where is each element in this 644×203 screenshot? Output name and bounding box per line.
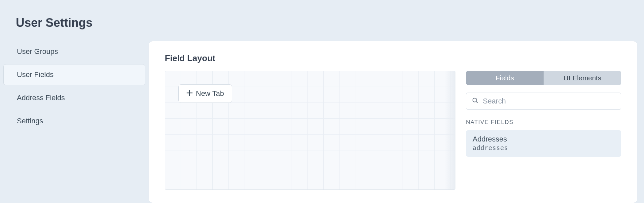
search-icon [472, 97, 479, 105]
sidebar-item-address-fields[interactable]: Address Fields [3, 87, 145, 108]
tab-ui-elements[interactable]: UI Elements [544, 71, 621, 85]
search-wrap[interactable] [466, 93, 621, 110]
main-panel: Field Layout New Tab Fields UI Elements [149, 41, 637, 203]
layout: User Groups User Fields Address Fields S… [0, 30, 644, 203]
section-title: Field Layout [165, 53, 621, 63]
sidebar-item-user-fields[interactable]: User Fields [3, 64, 145, 85]
tab-toggle: Fields UI Elements [466, 71, 621, 85]
page-title: User Settings [0, 0, 644, 30]
native-field-title: Addresses [473, 135, 615, 143]
right-panel: Fields UI Elements NATIVE FIELDS Address… [466, 71, 621, 190]
svg-line-1 [476, 102, 478, 103]
field-layout-row: New Tab Fields UI Elements NATIVE FIELDS… [165, 71, 621, 190]
native-field-addresses[interactable]: Addresses addresses [466, 130, 621, 157]
sidebar-item-settings[interactable]: Settings [3, 110, 145, 132]
tab-fields[interactable]: Fields [466, 71, 544, 85]
layout-grid[interactable]: New Tab [165, 71, 455, 190]
new-tab-button[interactable]: New Tab [178, 84, 232, 103]
sidebar-item-user-groups[interactable]: User Groups [3, 41, 145, 62]
new-tab-label: New Tab [196, 89, 224, 98]
search-input[interactable] [483, 97, 616, 105]
svg-point-0 [473, 98, 477, 102]
sidebar: User Groups User Fields Address Fields S… [0, 41, 149, 134]
native-fields-label: NATIVE FIELDS [466, 119, 621, 126]
native-field-handle: addresses [473, 144, 615, 151]
plus-icon [187, 90, 193, 97]
